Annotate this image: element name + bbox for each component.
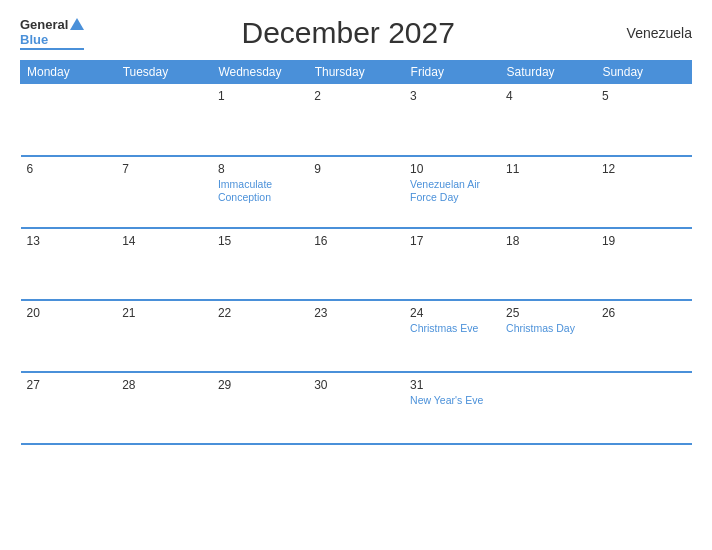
day-cell: 25Christmas Day [500, 300, 596, 372]
day-number: 24 [410, 306, 494, 320]
day-cell: 22 [212, 300, 308, 372]
day-cell: 2 [308, 84, 404, 156]
week-row-4: 2021222324Christmas Eve25Christmas Day26 [21, 300, 692, 372]
day-cell [500, 372, 596, 444]
event-label: Venezuelan Air Force Day [410, 178, 494, 205]
weekday-wednesday: Wednesday [212, 61, 308, 84]
day-number: 15 [218, 234, 302, 248]
calendar-table: MondayTuesdayWednesdayThursdayFridaySatu… [20, 60, 692, 445]
logo-blue-text: Blue [20, 32, 48, 47]
day-cell: 3 [404, 84, 500, 156]
day-cell: 8Immaculate Conception [212, 156, 308, 228]
day-cell [116, 84, 212, 156]
day-number: 28 [122, 378, 206, 392]
day-cell: 16 [308, 228, 404, 300]
weekday-monday: Monday [21, 61, 117, 84]
day-cell: 31New Year's Eve [404, 372, 500, 444]
logo-triangle-icon [70, 18, 84, 30]
day-cell: 4 [500, 84, 596, 156]
day-number: 4 [506, 89, 590, 103]
day-number: 2 [314, 89, 398, 103]
day-number: 31 [410, 378, 494, 392]
day-number: 11 [506, 162, 590, 176]
event-label: Christmas Eve [410, 322, 494, 336]
day-cell: 30 [308, 372, 404, 444]
day-number: 5 [602, 89, 686, 103]
day-cell: 5 [596, 84, 692, 156]
day-cell: 1 [212, 84, 308, 156]
week-row-3: 13141516171819 [21, 228, 692, 300]
event-label: Immaculate Conception [218, 178, 302, 205]
day-cell: 23 [308, 300, 404, 372]
day-number: 8 [218, 162, 302, 176]
weekday-tuesday: Tuesday [116, 61, 212, 84]
day-number: 7 [122, 162, 206, 176]
day-cell: 14 [116, 228, 212, 300]
day-number: 12 [602, 162, 686, 176]
day-number: 23 [314, 306, 398, 320]
header: General Blue December 2027 Venezuela [20, 16, 692, 50]
day-cell: 10Venezuelan Air Force Day [404, 156, 500, 228]
logo-underline [20, 48, 84, 50]
weekday-header-row: MondayTuesdayWednesdayThursdayFridaySatu… [21, 61, 692, 84]
day-cell: 17 [404, 228, 500, 300]
day-cell: 24Christmas Eve [404, 300, 500, 372]
day-number: 25 [506, 306, 590, 320]
calendar-title: December 2027 [84, 16, 612, 50]
day-cell: 28 [116, 372, 212, 444]
day-cell: 9 [308, 156, 404, 228]
weekday-saturday: Saturday [500, 61, 596, 84]
day-cell: 26 [596, 300, 692, 372]
week-row-5: 2728293031New Year's Eve [21, 372, 692, 444]
day-number: 30 [314, 378, 398, 392]
day-number: 9 [314, 162, 398, 176]
day-cell: 21 [116, 300, 212, 372]
day-cell: 6 [21, 156, 117, 228]
day-cell: 20 [21, 300, 117, 372]
country-label: Venezuela [612, 25, 692, 41]
week-row-2: 678Immaculate Conception910Venezuelan Ai… [21, 156, 692, 228]
logo: General Blue [20, 17, 84, 50]
day-cell: 19 [596, 228, 692, 300]
day-number: 10 [410, 162, 494, 176]
day-number: 26 [602, 306, 686, 320]
event-label: Christmas Day [506, 322, 590, 336]
day-number: 3 [410, 89, 494, 103]
weekday-thursday: Thursday [308, 61, 404, 84]
day-number: 21 [122, 306, 206, 320]
day-cell [21, 84, 117, 156]
day-number: 19 [602, 234, 686, 248]
day-number: 27 [27, 378, 111, 392]
event-label: New Year's Eve [410, 394, 494, 408]
day-cell: 13 [21, 228, 117, 300]
day-cell: 11 [500, 156, 596, 228]
day-number: 14 [122, 234, 206, 248]
day-number: 1 [218, 89, 302, 103]
day-number: 22 [218, 306, 302, 320]
day-number: 6 [27, 162, 111, 176]
page: General Blue December 2027 Venezuela Mon… [0, 0, 712, 550]
day-cell: 12 [596, 156, 692, 228]
day-cell: 27 [21, 372, 117, 444]
day-number: 17 [410, 234, 494, 248]
logo-general-text: General [20, 17, 68, 32]
day-number: 18 [506, 234, 590, 248]
weekday-sunday: Sunday [596, 61, 692, 84]
day-number: 29 [218, 378, 302, 392]
weekday-friday: Friday [404, 61, 500, 84]
day-number: 20 [27, 306, 111, 320]
week-row-1: 12345 [21, 84, 692, 156]
day-cell: 15 [212, 228, 308, 300]
day-number: 13 [27, 234, 111, 248]
day-cell: 29 [212, 372, 308, 444]
day-number: 16 [314, 234, 398, 248]
day-cell [596, 372, 692, 444]
day-cell: 18 [500, 228, 596, 300]
day-cell: 7 [116, 156, 212, 228]
